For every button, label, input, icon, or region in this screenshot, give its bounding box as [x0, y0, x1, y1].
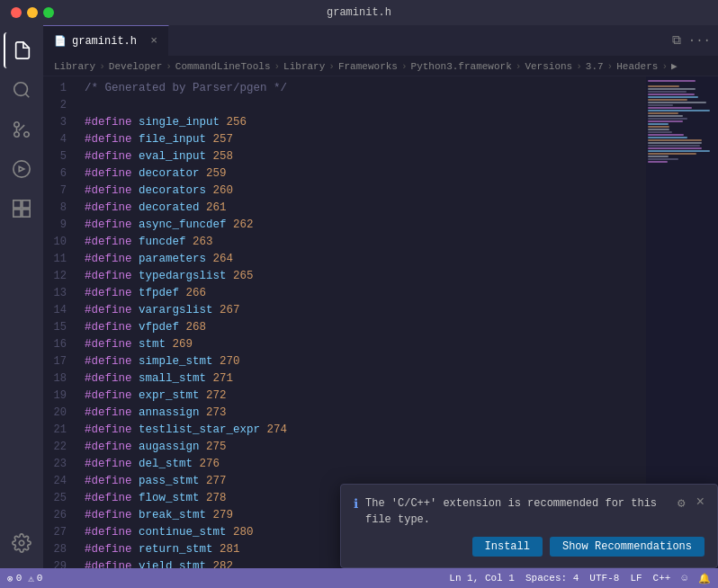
maximize-button[interactable]	[43, 7, 54, 18]
tab-actions: ⧉ ···	[672, 25, 718, 56]
line-number: 11	[43, 251, 81, 268]
sidebar-item-source-control[interactable]	[4, 111, 40, 147]
line-content: #define parameters 264	[81, 251, 646, 268]
line-content: #define testlist_star_expr 274	[81, 422, 646, 439]
status-eol[interactable]: LF	[630, 573, 642, 584]
line-content: #define simple_stmt 270	[81, 353, 646, 370]
line-content: #define annassign 273	[81, 405, 646, 422]
svg-rect-7	[13, 209, 21, 217]
sidebar-item-extensions[interactable]	[4, 191, 40, 227]
line-content: #define async_funcdef 262	[81, 217, 646, 234]
status-position[interactable]: Ln 1, Col 1	[449, 573, 515, 584]
minimize-button[interactable]	[27, 7, 38, 18]
code-line: 1/* Generated by Parser/pgen */	[43, 80, 646, 97]
breadcrumb-library[interactable]: Library	[54, 61, 95, 72]
split-editor-icon[interactable]: ⧉	[672, 33, 681, 48]
code-line: 22#define augassign 275	[43, 439, 646, 456]
breadcrumb-37[interactable]: 3.7	[586, 61, 604, 72]
status-bell[interactable]: 🔔	[698, 573, 711, 584]
status-spaces[interactable]: Spaces: 4	[525, 573, 579, 584]
breadcrumb-chevron[interactable]: ▶	[671, 60, 678, 72]
sidebar-item-search[interactable]	[4, 72, 40, 108]
minimap-line	[648, 142, 702, 144]
minimap-line	[648, 80, 696, 82]
line-number: 23	[43, 456, 81, 473]
line-content: #define single_input 256	[81, 114, 646, 131]
status-bar: ⊗ 0 ⚠ 0 Ln 1, Col 1 Spaces: 4 UTF-8 LF C…	[0, 568, 718, 588]
line-number: 3	[43, 114, 81, 131]
line-number: 17	[43, 353, 81, 370]
line-number: 27	[43, 524, 81, 541]
minimap-line	[648, 88, 696, 90]
line-number: 4	[43, 131, 81, 148]
minimap-line	[648, 134, 684, 136]
minimap-line	[648, 158, 678, 160]
tab-graminit[interactable]: 📄 graminit.h ×	[43, 25, 169, 56]
line-number: 12	[43, 268, 81, 285]
line-number: 18	[43, 370, 81, 388]
code-line: 9#define async_funcdef 262	[43, 217, 646, 234]
status-left: ⊗ 0 ⚠ 0	[7, 573, 42, 584]
notification-settings-icon[interactable]: ⚙	[678, 495, 685, 511]
status-errors[interactable]: ⊗ 0 ⚠ 0	[7, 573, 42, 584]
code-line: 20#define annassign 273	[43, 405, 646, 422]
minimap-line	[648, 115, 683, 117]
svg-rect-5	[13, 200, 21, 208]
minimap-line	[648, 102, 706, 103]
line-number: 2	[43, 97, 81, 114]
svg-point-4	[14, 132, 20, 138]
minimap-line	[648, 112, 678, 114]
code-line: 16#define stmt 269	[43, 336, 646, 353]
minimap-line	[648, 129, 669, 130]
status-encoding[interactable]: UTF-8	[589, 573, 619, 584]
breadcrumb-library2[interactable]: Library	[283, 61, 325, 72]
code-line: 12#define typedargslist 265	[43, 268, 646, 285]
close-button[interactable]	[11, 7, 22, 18]
code-line: 18#define small_stmt 271	[43, 370, 646, 388]
window-controls[interactable]	[11, 7, 54, 18]
line-content	[81, 97, 646, 114]
line-content: #define expr_stmt 272	[81, 388, 646, 405]
minimap-line	[648, 145, 700, 147]
minimap-line	[648, 99, 687, 101]
status-language[interactable]: C++	[653, 573, 671, 584]
breadcrumb-versions[interactable]: Versions	[525, 61, 572, 72]
code-line: 17#define simple_stmt 270	[43, 353, 646, 370]
minimap-line	[648, 107, 692, 109]
minimap-line	[648, 156, 669, 157]
code-line: 13#define tfpdef 266	[43, 285, 646, 302]
tab-close-button[interactable]: ×	[150, 35, 157, 47]
minimap-line	[648, 91, 687, 93]
more-actions-icon[interactable]: ···	[688, 33, 711, 48]
window-title: graminit.h	[327, 6, 391, 19]
breadcrumb-developer[interactable]: Developer	[109, 61, 162, 72]
notification-content: ℹ The 'C/C++' extension is recommended f…	[354, 495, 705, 528]
notification-actions: Install Show Recommendations	[354, 537, 705, 557]
sidebar-item-settings[interactable]	[4, 525, 40, 561]
minimap-line	[648, 139, 702, 141]
code-line: 3#define single_input 256	[43, 114, 646, 131]
minimap-line	[648, 85, 679, 87]
minimap-line	[648, 94, 695, 95]
install-button[interactable]: Install	[472, 537, 543, 557]
status-right: Ln 1, Col 1 Spaces: 4 UTF-8 LF C++ ☺ 🔔	[449, 573, 711, 584]
status-smiley[interactable]: ☺	[681, 573, 687, 584]
sidebar-item-debug[interactable]	[4, 151, 40, 187]
notification-close-button[interactable]: ×	[696, 495, 705, 510]
breadcrumb-headers[interactable]: Headers	[616, 61, 658, 72]
minimap-line	[648, 120, 683, 122]
breadcrumb-frameworks[interactable]: Frameworks	[338, 61, 398, 72]
breadcrumb-python[interactable]: Python3.framework	[411, 61, 512, 72]
file-icon: 📄	[54, 35, 67, 47]
code-line: 8#define decorated 261	[43, 200, 646, 217]
minimap-line	[648, 118, 687, 120]
line-number: 1	[43, 80, 81, 97]
line-content: #define decorator 259	[81, 165, 646, 183]
minimap-line	[648, 131, 672, 133]
show-recommendations-button[interactable]: Show Recommendations	[550, 537, 705, 557]
line-number: 22	[43, 439, 81, 456]
minimap-line	[648, 104, 673, 106]
line-content: #define varargslist 267	[81, 302, 646, 319]
breadcrumb-clt[interactable]: CommandLineTools	[175, 61, 271, 72]
sidebar-item-explorer[interactable]	[4, 32, 40, 68]
